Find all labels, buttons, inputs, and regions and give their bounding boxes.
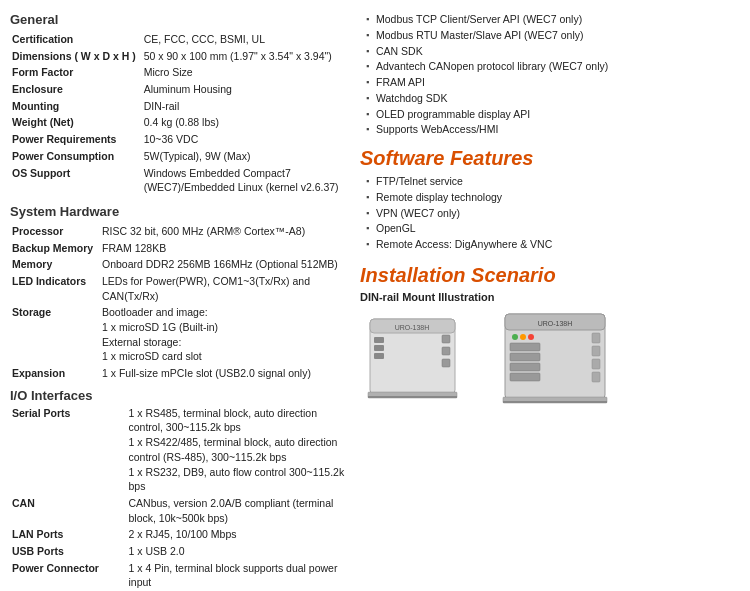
spec-row: Power Connector1 x 4 Pin, terminal block… — [10, 560, 350, 591]
svg-text:URO-138H: URO-138H — [538, 320, 573, 327]
io-specs-table: Serial Ports1 x RS485, terminal block, a… — [10, 405, 350, 591]
general-title: General — [10, 12, 350, 27]
spec-value: Bootloader and image: 1 x microSD 1G (Bu… — [100, 304, 350, 365]
spec-label: Weight (Net) — [10, 114, 142, 131]
svg-rect-17 — [510, 343, 540, 351]
api-bullets-list: Modbus TCP Client/Server API (WEC7 only)… — [366, 12, 740, 138]
spec-value: CANbus, version 2.0A/B compliant (termin… — [127, 495, 351, 526]
spec-row: Expansion1 x Full-size mPCIe slot (USB2.… — [10, 365, 350, 382]
bullet-item: VPN (WEC7 only) — [366, 206, 740, 222]
spec-label: Power Requirements — [10, 131, 142, 148]
spec-label: Processor — [10, 223, 100, 240]
spec-label: Memory — [10, 256, 100, 273]
spec-row: Backup MemoryFRAM 128KB — [10, 240, 350, 257]
dinrail-illustration: URO-138H URO-138H — [360, 309, 740, 421]
spec-row: Weight (Net)0.4 kg (0.88 lbs) — [10, 114, 350, 131]
general-specs-table: CertificationCE, FCC, CCC, BSMI, ULDimen… — [10, 31, 350, 196]
spec-value: 2 x RJ45, 10/100 Mbps — [127, 526, 351, 543]
svg-rect-18 — [510, 353, 540, 361]
svg-rect-10 — [368, 396, 457, 398]
svg-point-15 — [520, 334, 526, 340]
main-content: General CertificationCE, FCC, CCC, BSMI,… — [0, 0, 750, 591]
spec-label: Power Connector — [10, 560, 127, 591]
svg-rect-7 — [442, 347, 450, 355]
spec-value: Onboard DDR2 256MB 166MHz (Optional 512M… — [100, 256, 350, 273]
spec-value: CE, FCC, CCC, BSMI, UL — [142, 31, 350, 48]
spec-row: Form FactorMicro Size — [10, 64, 350, 81]
spec-label: Expansion — [10, 365, 100, 382]
installation-title: Installation Scenario — [360, 263, 740, 287]
bullet-item: FRAM API — [366, 75, 740, 91]
spec-label: Mounting — [10, 98, 142, 115]
system-specs-table: ProcessorRISC 32 bit, 600 MHz (ARM® Cort… — [10, 223, 350, 382]
spec-label: USB Ports — [10, 543, 127, 560]
svg-rect-21 — [592, 333, 600, 343]
spec-value: FRAM 128KB — [100, 240, 350, 257]
bullet-item: Modbus TCP Client/Server API (WEC7 only) — [366, 12, 740, 28]
spec-label: Serial Ports — [10, 405, 127, 495]
spec-value: 5W(Typical), 9W (Max) — [142, 148, 350, 165]
software-title: Software Features — [360, 146, 740, 170]
spec-value: 1 x USB 2.0 — [127, 543, 351, 560]
left-column: General CertificationCE, FCC, CCC, BSMI,… — [10, 12, 350, 591]
spec-value: 1 x 4 Pin, terminal block supports dual … — [127, 560, 351, 591]
bullet-item: Modbus RTU Master/Slave API (WEC7 only) — [366, 28, 740, 44]
svg-text:URO-138H: URO-138H — [395, 324, 430, 331]
svg-rect-23 — [592, 359, 600, 369]
spec-row: Power Consumption5W(Typical), 9W (Max) — [10, 148, 350, 165]
spec-row: Serial Ports1 x RS485, terminal block, a… — [10, 405, 350, 495]
spec-row: StorageBootloader and image: 1 x microSD… — [10, 304, 350, 365]
spec-value: DIN-rail — [142, 98, 350, 115]
bullet-item: Remote display technology — [366, 190, 740, 206]
spec-label: LAN Ports — [10, 526, 127, 543]
spec-row: USB Ports1 x USB 2.0 — [10, 543, 350, 560]
spec-label: LED Indicators — [10, 273, 100, 304]
bullet-item: Remote Access: DigAnywhere & VNC — [366, 237, 740, 253]
spec-row: CertificationCE, FCC, CCC, BSMI, UL — [10, 31, 350, 48]
spec-row: MountingDIN-rail — [10, 98, 350, 115]
bullet-item: FTP/Telnet service — [366, 174, 740, 190]
svg-rect-3 — [374, 337, 384, 343]
spec-label: OS Support — [10, 165, 142, 196]
svg-rect-24 — [592, 372, 600, 382]
io-title: I/O Interfaces — [10, 388, 350, 403]
spec-value: Aluminum Housing — [142, 81, 350, 98]
spec-label: Storage — [10, 304, 100, 365]
svg-rect-6 — [442, 335, 450, 343]
system-title: System Hardware — [10, 204, 350, 219]
spec-value: 10~36 VDC — [142, 131, 350, 148]
dinrail-subtitle: DIN-rail Mount Illustration — [360, 291, 740, 303]
spec-row: OS SupportWindows Embedded Compact7 (WEC… — [10, 165, 350, 196]
spec-label: Dimensions ( W x D x H ) — [10, 48, 142, 65]
page-wrapper: General CertificationCE, FCC, CCC, BSMI,… — [0, 0, 750, 591]
svg-rect-20 — [510, 373, 540, 381]
svg-rect-22 — [592, 346, 600, 356]
bullet-item: Supports WebAccess/HMI — [366, 122, 740, 138]
spec-row: ProcessorRISC 32 bit, 600 MHz (ARM® Cort… — [10, 223, 350, 240]
bullet-item: Watchdog SDK — [366, 91, 740, 107]
svg-rect-26 — [503, 401, 607, 403]
svg-point-16 — [528, 334, 534, 340]
bullet-item: Advantech CANopen protocol library (WEC7… — [366, 59, 740, 75]
spec-value: LEDs for Power(PWR), COM1~3(Tx/Rx) and C… — [100, 273, 350, 304]
bullet-item: OLED programmable display API — [366, 107, 740, 123]
spec-row: Power Requirements10~36 VDC — [10, 131, 350, 148]
spec-row: MemoryOnboard DDR2 256MB 166MHz (Optiona… — [10, 256, 350, 273]
svg-point-14 — [512, 334, 518, 340]
svg-rect-8 — [442, 359, 450, 367]
spec-value: Micro Size — [142, 64, 350, 81]
spec-row: LED IndicatorsLEDs for Power(PWR), COM1~… — [10, 273, 350, 304]
spec-label: Enclosure — [10, 81, 142, 98]
spec-value: 0.4 kg (0.88 lbs) — [142, 114, 350, 131]
spec-value: 1 x Full-size mPCIe slot (USB2.0 signal … — [100, 365, 350, 382]
spec-label: CAN — [10, 495, 127, 526]
spec-row: LAN Ports2 x RJ45, 10/100 Mbps — [10, 526, 350, 543]
right-column: Modbus TCP Client/Server API (WEC7 only)… — [360, 12, 740, 591]
spec-label: Certification — [10, 31, 142, 48]
dinrail-svg: URO-138H URO-138H — [360, 309, 620, 419]
spec-value: 50 x 90 x 100 mm (1.97" x 3.54" x 3.94") — [142, 48, 350, 65]
svg-rect-19 — [510, 363, 540, 371]
svg-rect-5 — [374, 353, 384, 359]
spec-label: Backup Memory — [10, 240, 100, 257]
spec-row: CANCANbus, version 2.0A/B compliant (ter… — [10, 495, 350, 526]
